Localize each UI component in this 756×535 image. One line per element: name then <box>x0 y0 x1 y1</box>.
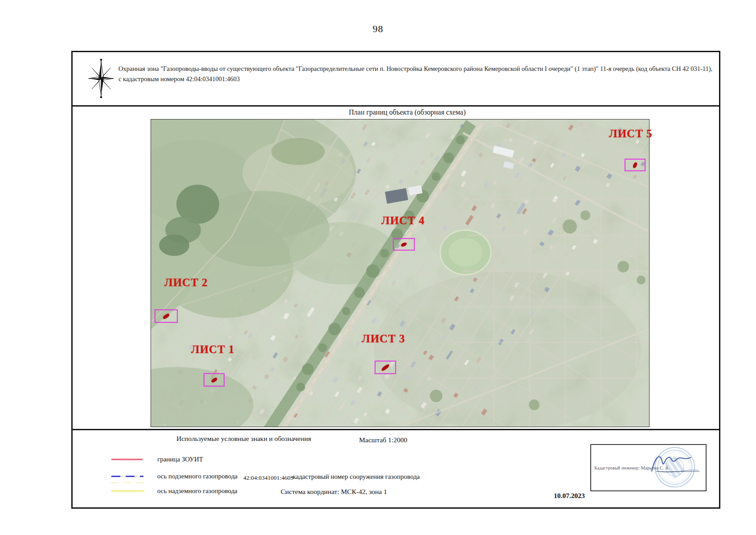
legend-symbol <box>110 487 151 495</box>
header-description: Охранная зона "Газопроводы-вводы от суще… <box>119 64 714 84</box>
document-page: 98 <box>0 0 756 535</box>
map-title: План границ объекта (обзорная схема) <box>349 108 466 116</box>
legend-item-label: ось подземного газопровода <box>157 473 237 480</box>
sheet-marker-box <box>625 159 646 171</box>
date-label: 10.07.2023 <box>554 492 585 500</box>
legend-item-label: граница ЗОУИТ <box>157 456 203 463</box>
page-number: 98 <box>0 23 756 35</box>
north-arrow-icon <box>87 58 115 99</box>
scale-label: Масштаб 1:2000 <box>359 436 407 444</box>
sheet-marker-box <box>155 309 178 323</box>
sheet-marker-box <box>204 373 225 387</box>
sheet-label: ЛИСТ 3 <box>362 333 405 345</box>
stamp-box: Кадастровый инженер: Марьина С. А. <box>590 444 707 491</box>
sheet-marker-box <box>375 361 396 374</box>
map-annotations-overlay: ЛИСТ 1 ЛИСТ 2 ЛИСТ 3 ЛИСТ 4 ЛИСТ 5 <box>151 119 649 427</box>
legend-row: ось подземного газопровода <box>110 472 237 480</box>
legend-item-label: ось надземного газопровода <box>157 487 237 495</box>
sheet-marker-blob <box>211 377 217 383</box>
legend-symbol <box>110 472 151 480</box>
legend-symbol <box>110 455 151 463</box>
coordinate-system-label: Система координат: МСК-42, зона 1 <box>281 488 387 496</box>
sheet-marker-blob <box>400 242 407 247</box>
satellite-map: ЛИСТ 1 ЛИСТ 2 ЛИСТ 3 ЛИСТ 4 ЛИСТ 5 <box>151 119 650 427</box>
sheet-label: ЛИСТ 1 <box>191 343 235 356</box>
sheet-marker-blob <box>381 363 390 371</box>
document-frame: Охранная зона "Газопроводы-вводы от суще… <box>71 51 720 509</box>
section-divider <box>73 429 719 430</box>
legend-row: граница ЗОУИТ <box>110 455 203 463</box>
legend-row: ось надземного газопровода <box>110 487 237 495</box>
cadastral-number-note: -кадастровый номер сооружения газопровод… <box>290 473 420 481</box>
sheet-marker-box <box>393 238 415 251</box>
header-section: Охранная зона "Газопроводы-вводы от суще… <box>73 52 719 107</box>
sheet-label: ЛИСТ 2 <box>164 276 208 289</box>
engineer-label: Кадастровый инженер: Марьина С. А. <box>594 465 670 470</box>
sheet-label: ЛИСТ 5 <box>609 128 653 140</box>
legend-title: Используемые условные знаки и обозначени… <box>176 435 311 443</box>
cadastral-number: 42:04:0341001:4603 <box>243 474 294 482</box>
sheet-label: ЛИСТ 4 <box>381 214 425 227</box>
sheet-marker-blob <box>633 162 638 169</box>
header-description-line2: с кадастровым номером 42:04:0341001:4603 <box>119 74 714 84</box>
header-description-line1: Охранная зона "Газопроводы-вводы от суще… <box>119 64 714 74</box>
sheet-marker-blob <box>162 313 170 320</box>
